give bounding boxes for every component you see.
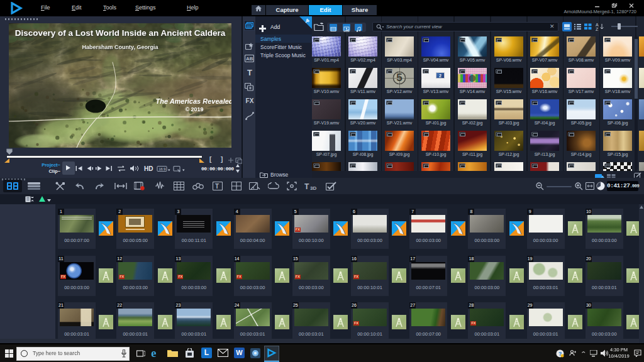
svg-text:AB: AB (246, 56, 253, 62)
svg-text:HD: HD (144, 165, 153, 172)
svg-text:16:9: 16:9 (159, 167, 166, 171)
svg-text:T: T (215, 183, 219, 190)
svg-text:3D: 3D (310, 185, 316, 191)
svg-text:Z: Z (596, 27, 599, 31)
svg-text:A: A (596, 23, 599, 27)
svg-text:T: T (304, 182, 309, 191)
